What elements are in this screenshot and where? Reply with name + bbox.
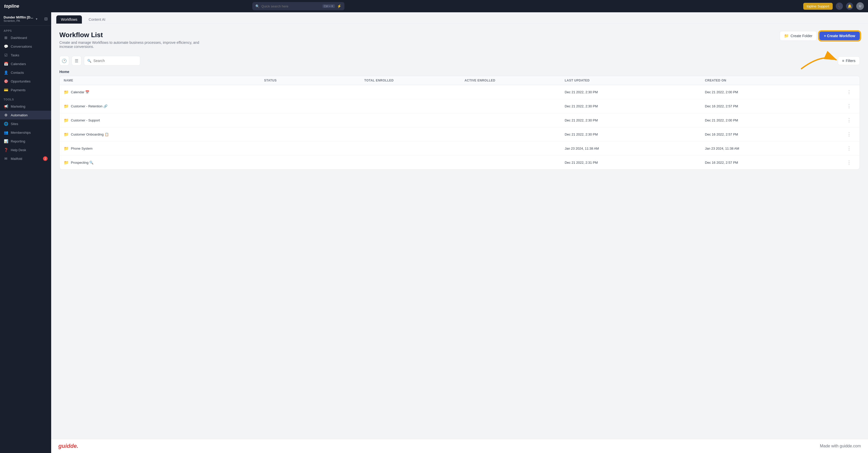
sidebar-item-label: Memberships [11,131,31,135]
opportunities-icon: 🎯 [4,79,8,84]
sidebar-item-marketing[interactable]: 📢 Marketing [0,102,51,111]
sidebar-item-label: Calendars [11,62,26,66]
created-on-cell: Dec 16 2022, 2:57 PM [705,161,845,165]
global-search-input[interactable] [261,4,320,8]
tab-workflows[interactable]: Workflows [56,16,82,24]
tasks-icon: ☑ [4,53,8,57]
workspace-selector[interactable]: Dunder Mifflin [D... Scranton, PA ▾ ⊟ [0,12,51,26]
sidebar: Dunder Mifflin [D... Scranton, PA ▾ ⊟ Ap… [0,12,51,453]
sidebar-item-label: Reporting [11,139,25,143]
marketing-icon: 📢 [4,104,8,109]
search-icon: 🔍 [87,59,91,63]
workflow-name: 📁 Prospecting 🔍 [64,160,264,165]
guidde-logo: guidde. [58,443,78,449]
sidebar-item-reporting[interactable]: 📊 Reporting [0,137,51,145]
filters-button[interactable]: ≡ Filters [838,56,860,65]
last-updated-cell: Dec 21 2022, 2:30 PM [565,90,705,94]
tools-section-label: Tools [0,94,51,102]
col-status: Status [264,79,364,82]
sidebar-item-payments[interactable]: 💳 Payments [0,86,51,94]
created-on-cell: Jan 23 2024, 11:38 AM [705,146,845,150]
sidebar-item-label: Payments [11,88,26,92]
workflow-name: 📁 Phone System [64,146,264,151]
created-on-cell: Dec 16 2022, 2:57 PM [705,104,845,108]
global-search-bar[interactable]: 🔍 Ctrl + K ⚡ [252,2,344,10]
folder-icon: 📁 [64,132,69,137]
workflow-name: 📁 Customer Onboarding 📋 [64,132,264,137]
sidebar-item-automation[interactable]: ⚙ Automation [0,111,51,119]
folder-icon: 📁 [64,118,69,123]
apps-section-label: Apps [0,26,51,33]
created-on-cell: Dec 16 2022, 2:57 PM [705,133,845,136]
sidebar-item-tasks[interactable]: ☑ Tasks [0,51,51,59]
sites-icon: 🌐 [4,121,8,126]
reporting-icon: 📊 [4,139,8,143]
more-options-button[interactable]: ⋮ [845,103,853,109]
topnav: topline 🔍 Ctrl + K ⚡ topline Support 📞 🔔… [0,0,868,12]
conversations-icon: 💬 [4,44,8,49]
more-options-button[interactable]: ⋮ [845,159,853,166]
bell-icon[interactable]: 🔔 [846,3,853,10]
avatar[interactable]: U [856,2,864,10]
sidebar-toggle-icon[interactable]: ⊟ [44,17,48,21]
sidebar-item-help-desk[interactable]: ❓ Help Desk [0,145,51,154]
sidebar-item-conversations[interactable]: 💬 Conversations [0,42,51,51]
last-updated-cell: Dec 21 2022, 2:30 PM [565,104,705,108]
sidebar-item-label: Contacts [11,71,24,75]
clock-icon: 🕐 [62,58,67,63]
sidebar-item-label: Automation [11,113,28,117]
more-options-button[interactable]: ⋮ [845,145,853,152]
folder-icon: 📁 [64,146,69,151]
content-area: Workflows Content AI Workflow List Creat… [51,12,868,453]
last-updated-cell: Jan 23 2024, 11:38 AM [565,146,705,150]
table-row: 📁 Customer - Retention 🔗 Dec 21 2022, 2:… [60,99,860,113]
toolbar-row: 🕐 ☰ 🔍 ≡ Filters [59,56,860,65]
section-home-label: Home [59,70,860,74]
folder-icon: 📁 [64,90,69,94]
sidebar-item-label: Mailfold [11,157,22,161]
lightning-icon: ⚡ [337,4,341,8]
page-content: Workflow List Create and manage Workflow… [51,24,868,439]
sidebar-item-dashboard[interactable]: ⊞ Dashboard [0,33,51,42]
more-options-button[interactable]: ⋮ [845,117,853,123]
more-options-button[interactable]: ⋮ [845,89,853,95]
workflow-search-bar[interactable]: 🔍 [84,56,140,65]
table-row: 📁 Customer - Support Dec 21 2022, 2:30 P… [60,113,860,128]
sidebar-item-label: Tasks [11,53,19,57]
create-folder-button[interactable]: 📁 Create Folder [780,31,817,41]
subtabs-bar: Workflows Content AI [51,12,868,24]
more-options-button[interactable]: ⋮ [845,131,853,138]
sidebar-item-sites[interactable]: 🌐 Sites [0,119,51,128]
workspace-name: Dunder Mifflin [D... [4,16,33,19]
sidebar-item-contacts[interactable]: 👤 Contacts [0,68,51,77]
header-actions: 📁 Create Folder + Create Workflow [780,31,860,41]
folder-icon: 📁 [784,34,789,38]
col-total-enrolled: Total Enrolled [364,79,465,82]
sidebar-item-mailfold[interactable]: ✉ Mailfold 2 [0,154,51,163]
workflow-search-input[interactable] [93,59,138,63]
col-active-enrolled: Active Enrolled [464,79,565,82]
list-view-button[interactable]: ☰ [72,56,82,65]
workflow-name: 📁 Calendar 📅 [64,90,264,94]
sidebar-item-memberships[interactable]: 👥 Memberships [0,128,51,137]
workflow-table: Name Status Total Enrolled Active Enroll… [59,76,860,170]
last-updated-cell: Dec 21 2022, 2:30 PM [565,133,705,136]
tab-content-ai[interactable]: Content AI [84,16,110,24]
app-logo: topline [4,4,19,9]
sidebar-item-calendars[interactable]: 📅 Calendars [0,59,51,68]
page-description: Create and manage Workflows to automate … [59,40,213,49]
sidebar-item-opportunities[interactable]: 🎯 Opportunities [0,77,51,86]
sidebar-item-label: Help Desk [11,148,26,152]
last-updated-cell: Dec 21 2022, 2:30 PM [565,118,705,122]
table-row: 📁 Calendar 📅 Dec 21 2022, 2:30 PM Dec 21… [60,85,860,99]
automation-icon: ⚙ [4,113,8,117]
payments-icon: 💳 [4,88,8,92]
page-title-block: Workflow List Create and manage Workflow… [59,31,213,49]
history-icon-button[interactable]: 🕐 [59,56,69,65]
create-workflow-button[interactable]: + Create Workflow [819,31,860,40]
sidebar-item-label: Marketing [11,105,25,108]
list-icon: ☰ [75,58,78,63]
support-button[interactable]: topline Support [803,3,833,10]
contacts-icon: 👤 [4,70,8,75]
phone-icon[interactable]: 📞 [836,3,843,10]
